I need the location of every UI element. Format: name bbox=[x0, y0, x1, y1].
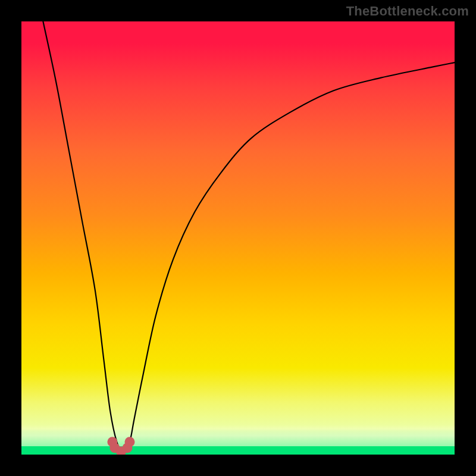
watermark-text: TheBottleneck.com bbox=[346, 4, 469, 19]
plot-area bbox=[21, 21, 455, 455]
min-marker bbox=[125, 437, 135, 447]
bottleneck-curve bbox=[21, 21, 455, 455]
chart-frame: TheBottleneck.com bbox=[0, 0, 476, 476]
